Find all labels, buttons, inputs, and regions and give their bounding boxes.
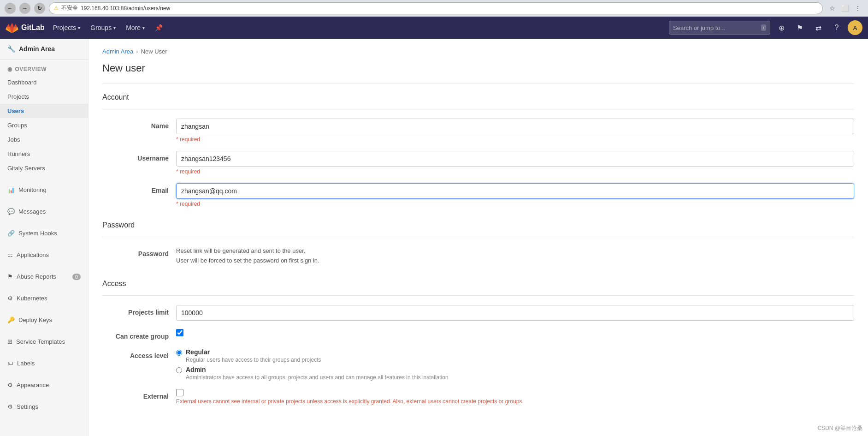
sidebar-item-applications[interactable]: ⚏ Applications (0, 248, 88, 262)
merge-requests-button[interactable]: ⇄ (811, 20, 826, 35)
admin-radio[interactable] (176, 367, 182, 373)
username-input[interactable] (176, 151, 854, 167)
hooks-icon: 🔗 (7, 230, 15, 237)
sidebar-item-deploy-keys[interactable]: 🔑 Deploy Keys (0, 313, 88, 327)
email-input[interactable] (176, 183, 854, 199)
projects-limit-input[interactable] (176, 305, 854, 321)
external-checkbox[interactable] (176, 389, 183, 396)
admin-label: Admin (186, 366, 449, 373)
browser-actions: ☆ ⬜ ⋮ (827, 3, 863, 14)
settings-section: ⚙ Settings (0, 396, 88, 418)
search-shortcut: / (761, 24, 766, 31)
regular-radio[interactable] (176, 350, 182, 356)
nav-right: Search or jump to... / ⊕ ⚑ ⇄ ? A (669, 20, 862, 35)
sidebar-item-system-hooks[interactable]: 🔗 System Hooks (0, 226, 88, 240)
regular-radio-option: Regular Regular users have access to the… (176, 348, 854, 363)
username-field-wrapper: * required (176, 151, 854, 175)
can-create-group-checkbox-wrapper (176, 329, 854, 336)
sidebar-item-labels[interactable]: 🏷 Labels (0, 356, 88, 370)
password-section: Password Password Reset link will be gen… (102, 221, 854, 266)
kubernetes-icon: ⚙ (7, 295, 13, 302)
name-field-group: Name * required (102, 119, 854, 143)
messages-icon: 💬 (7, 208, 15, 215)
sidebar-item-users[interactable]: Users (0, 104, 88, 118)
email-field-wrapper: * required (176, 183, 854, 207)
search-bar[interactable]: Search or jump to... / (669, 21, 770, 35)
abuse-reports-badge: 0 (72, 274, 81, 280)
messages-section: 💬 Messages (0, 201, 88, 222)
regular-option-content: Regular Regular users have access to the… (186, 348, 321, 363)
url-address: 192.168.40.103:88/admin/users/new (81, 5, 170, 12)
nav-projects[interactable]: Projects ▾ (48, 21, 85, 34)
name-input[interactable] (176, 119, 854, 134)
avatar-letter: A (853, 24, 857, 31)
merge-icon: ⇄ (815, 24, 821, 32)
gitlab-logo-icon (6, 21, 18, 34)
username-label: Username (102, 151, 176, 162)
sidebar-item-settings[interactable]: ⚙ Settings (0, 400, 88, 414)
page-title: New user (102, 62, 854, 74)
menu-button[interactable]: ⋮ (852, 3, 863, 14)
browser-bar: ← → ↻ ⚠ 不安全 192.168.40.103:88/admin/user… (0, 0, 868, 17)
nav-items: Projects ▾ Groups ▾ More ▾ 📌 (48, 21, 167, 34)
sidebar-item-projects[interactable]: Projects (0, 90, 88, 104)
wrench-icon: 🔧 (7, 45, 15, 53)
sidebar-item-dashboard[interactable]: Dashboard (0, 75, 88, 90)
url-bar[interactable]: ⚠ 不安全 192.168.40.103:88/admin/users/new (49, 2, 823, 14)
projects-limit-field-wrapper (176, 305, 854, 321)
password-info-wrapper: Reset link will be generated and sent to… (176, 246, 854, 266)
search-placeholder: Search or jump to... (673, 24, 761, 31)
bookmark-star-button[interactable]: ☆ (827, 3, 838, 14)
reload-button[interactable]: ↻ (34, 3, 45, 14)
password-info: Reset link will be generated and sent to… (176, 246, 854, 266)
sidebar-item-abuse-reports[interactable]: ⚑ Abuse Reports 0 (0, 269, 88, 284)
access-level-label: Access level (102, 348, 176, 359)
sidebar: 🔧 Admin Area ◉ Overview Dashboard Projec… (0, 39, 89, 436)
sidebar-item-groups[interactable]: Groups (0, 118, 88, 132)
sidebar-item-runners[interactable]: Runners (0, 147, 88, 161)
sidebar-item-appearance[interactable]: ⚙ Appearance (0, 378, 88, 392)
sidebar-item-kubernetes[interactable]: ⚙ Kubernetes (0, 291, 88, 305)
projects-limit-group: Projects limit (102, 305, 854, 321)
applications-icon: ⚏ (7, 251, 13, 258)
nav-groups[interactable]: Groups ▾ (86, 21, 120, 34)
plus-icon: ⊕ (779, 24, 785, 32)
content-area: Admin Area › New User New user Account N… (89, 39, 868, 436)
breadcrumb-admin-area[interactable]: Admin Area (102, 48, 133, 55)
sidebar-item-gitaly-servers[interactable]: Gitaly Servers (0, 161, 88, 175)
hooks-section: 🔗 System Hooks (0, 222, 88, 244)
can-create-group-group: Can create group (102, 329, 854, 340)
gitlab-logo[interactable]: GitLab (6, 21, 45, 34)
nav-pin[interactable]: 📌 (150, 21, 167, 34)
sidebar-item-monitoring[interactable]: 📊 Monitoring (0, 183, 88, 197)
admin-option-content: Admin Administrators have access to all … (186, 366, 449, 381)
email-required-hint: * required (176, 201, 854, 207)
overview-section-icon: ◉ (7, 66, 12, 72)
appearance-icon: ⚙ (7, 382, 13, 388)
breadcrumb-separator: › (136, 48, 138, 55)
password-field-group: Password Reset link will be generated an… (102, 246, 854, 266)
service-templates-section: ⊞ Service Templates (0, 331, 88, 352)
username-field-group: Username * required (102, 151, 854, 175)
security-icon: ⚠ (54, 5, 59, 11)
can-create-group-checkbox[interactable] (176, 329, 183, 336)
nav-more[interactable]: More ▾ (121, 21, 149, 34)
forward-button[interactable]: → (19, 3, 30, 14)
new-item-button[interactable]: ⊕ (774, 20, 789, 35)
back-button[interactable]: ← (5, 3, 16, 14)
user-avatar[interactable]: A (848, 20, 862, 35)
sidebar-item-messages[interactable]: 💬 Messages (0, 204, 88, 219)
password-label: Password (102, 246, 176, 257)
monitoring-icon: 📊 (7, 186, 15, 193)
title-divider (102, 84, 854, 84)
tab-button[interactable]: ⬜ (839, 3, 850, 14)
can-create-group-label: Can create group (102, 329, 176, 340)
sidebar-item-service-templates[interactable]: ⊞ Service Templates (0, 334, 88, 349)
issues-button[interactable]: ⚑ (792, 20, 807, 35)
deploy-keys-section: 🔑 Deploy Keys (0, 309, 88, 331)
sidebar-item-jobs[interactable]: Jobs (0, 132, 88, 147)
gitlab-navbar: GitLab Projects ▾ Groups ▾ More ▾ 📌 Sear… (0, 17, 868, 39)
template-icon: ⊞ (7, 338, 12, 345)
help-button[interactable]: ? (829, 20, 844, 35)
appearance-section: ⚙ Appearance (0, 374, 88, 396)
